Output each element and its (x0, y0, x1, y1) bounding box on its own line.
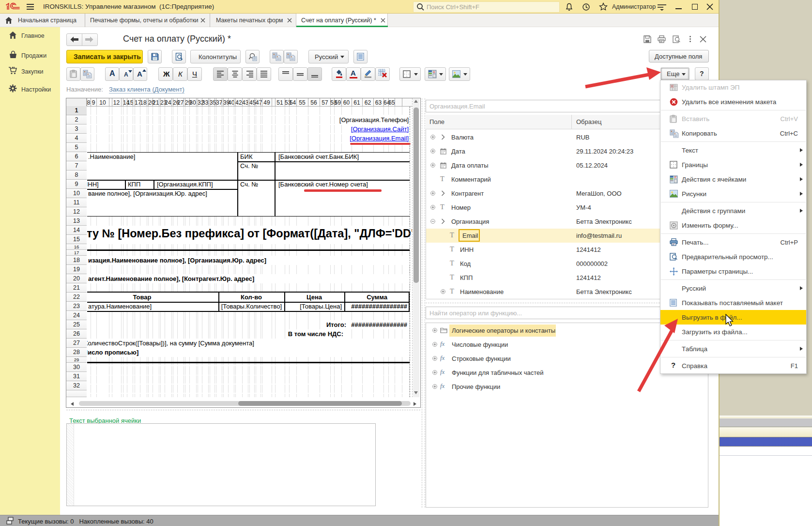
svg-text:R: R (433, 71, 435, 74)
svg-text:R: R (674, 176, 676, 179)
